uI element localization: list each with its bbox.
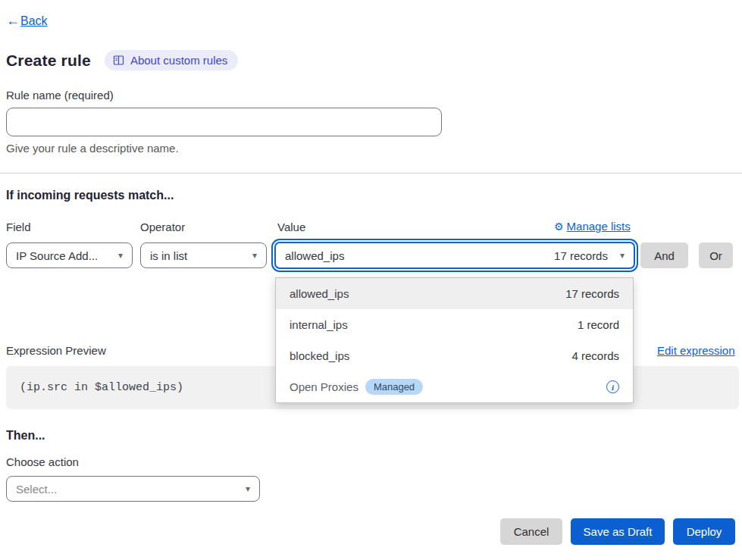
field-select-value: IP Source Add... bbox=[16, 249, 98, 262]
book-icon bbox=[113, 55, 124, 66]
chevron-down-icon: ▾ bbox=[620, 250, 625, 261]
chevron-down-icon: ▾ bbox=[118, 250, 123, 261]
manage-lists-link[interactable]: ⚙ Manage lists bbox=[554, 220, 637, 233]
create-rule-page: ← Back Create rule About custom rules Ru… bbox=[0, 0, 742, 560]
expression-code: (ip.src in $allowed_ips) bbox=[20, 381, 183, 394]
operator-select[interactable]: is in list ▾ bbox=[140, 242, 267, 268]
list-option-open-proxies[interactable]: Open Proxies Managed i bbox=[276, 371, 633, 402]
expression-preview-label: Expression Preview bbox=[6, 344, 106, 357]
page-title: Create rule bbox=[6, 52, 91, 70]
list-option-name: blocked_ips bbox=[290, 349, 349, 362]
rule-name-label: Rule name (required) bbox=[6, 89, 114, 102]
about-custom-rules-link[interactable]: About custom rules bbox=[105, 50, 238, 70]
list-option-blocked-ips[interactable]: blocked_ips 4 records bbox=[276, 340, 633, 371]
cancel-button[interactable]: Cancel bbox=[500, 518, 562, 545]
value-label: Value bbox=[277, 221, 305, 233]
value-select-records: 17 records bbox=[554, 249, 608, 262]
save-as-draft-button[interactable]: Save as Draft bbox=[571, 518, 665, 545]
manage-lists-label[interactable]: Manage lists bbox=[567, 220, 631, 233]
list-option-allowed-ips[interactable]: allowed_ips 17 records bbox=[276, 278, 633, 309]
info-icon[interactable]: i bbox=[606, 380, 619, 393]
gear-icon: ⚙ bbox=[554, 221, 564, 232]
deploy-button[interactable]: Deploy bbox=[673, 518, 735, 545]
and-button[interactable]: And bbox=[640, 242, 688, 268]
field-select[interactable]: IP Source Add... ▾ bbox=[6, 242, 133, 268]
choose-action-label: Choose action bbox=[6, 455, 79, 468]
list-option-name: allowed_ips bbox=[290, 287, 349, 300]
back-link[interactable]: ← Back bbox=[6, 13, 48, 29]
value-select-value: allowed_ips bbox=[285, 249, 344, 262]
list-option-name: Open Proxies bbox=[290, 380, 358, 393]
then-section-heading: Then... bbox=[6, 429, 45, 443]
action-select-placeholder: Select... bbox=[16, 483, 57, 496]
section-divider bbox=[0, 173, 742, 174]
list-option-name: internal_ips bbox=[290, 318, 348, 331]
list-option-records: 17 records bbox=[565, 287, 619, 300]
value-dropdown-panel: allowed_ips 17 records internal_ips 1 re… bbox=[275, 277, 634, 403]
title-row: Create rule About custom rules bbox=[6, 50, 238, 70]
rule-name-helper-text: Give your rule a descriptive name. bbox=[6, 142, 179, 155]
operator-select-value: is in list bbox=[150, 249, 187, 262]
field-label: Field bbox=[6, 221, 31, 233]
list-option-records: 1 record bbox=[578, 318, 619, 331]
managed-badge: Managed bbox=[365, 379, 423, 395]
value-select-focus-ring: allowed_ips 17 records ▾ bbox=[271, 239, 638, 272]
about-custom-rules-label: About custom rules bbox=[130, 54, 227, 67]
chevron-down-icon: ▾ bbox=[252, 250, 257, 261]
match-section-heading: If incoming requests match... bbox=[6, 189, 174, 202]
back-link-label[interactable]: Back bbox=[20, 14, 48, 28]
operator-label: Operator bbox=[140, 221, 185, 233]
or-button[interactable]: Or bbox=[699, 242, 733, 268]
edit-expression-link[interactable]: Edit expression bbox=[657, 344, 735, 357]
back-arrow-icon: ← bbox=[6, 13, 20, 29]
action-select[interactable]: Select... ▾ bbox=[6, 476, 260, 502]
list-option-records: 4 records bbox=[571, 349, 619, 362]
chevron-down-icon: ▾ bbox=[246, 483, 250, 494]
list-option-internal-ips[interactable]: internal_ips 1 record bbox=[276, 309, 633, 340]
rule-name-input[interactable] bbox=[6, 108, 442, 136]
value-select[interactable]: allowed_ips 17 records ▾ bbox=[274, 242, 635, 269]
